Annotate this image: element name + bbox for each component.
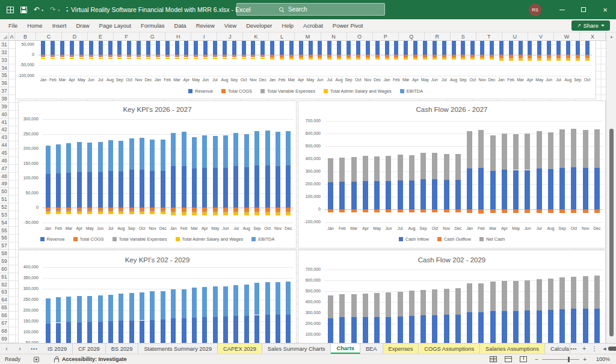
ribbon-tab-data[interactable]: Data [170, 19, 191, 32]
column-header-A[interactable]: A [9, 32, 15, 40]
row-header-38[interactable]: 38 [0, 95, 8, 103]
ribbon-tab-power-pivot[interactable]: Power Pivot [328, 19, 368, 32]
row-header-40[interactable]: 40 [0, 111, 8, 119]
row-header-51[interactable]: 51 [0, 196, 8, 203]
sheet-tab-expenses[interactable]: Expenses [383, 344, 419, 354]
ribbon-tab-acrobat[interactable]: Acrobat [298, 19, 328, 32]
row-header-33[interactable]: 33 [0, 57, 8, 64]
column-header-I[interactable]: I [191, 32, 217, 40]
chart-kpi-monthly-top-partial[interactable]: 50,0000-50,000-100,000JanFebMarAprMayJun… [15, 41, 596, 99]
row-header-60[interactable]: 60 [0, 265, 8, 273]
column-header-N[interactable]: N [321, 32, 347, 40]
page-layout-view-icon[interactable] [505, 356, 512, 362]
row-header-54[interactable]: 54 [0, 219, 8, 227]
row-header-47[interactable]: 47 [0, 165, 8, 173]
column-header-M[interactable]: M [295, 32, 321, 40]
column-header-Q[interactable]: Q [399, 32, 425, 40]
row-header-69[interactable]: 69 [0, 335, 8, 343]
scroll-up-icon[interactable]: ▲ [606, 32, 616, 41]
sheet-tab-sales-summary-charts[interactable]: Sales Summary Charts [262, 344, 331, 354]
chart-cash-flow-2026-2027[interactable]: Cash Flow 2026 - 2027700,000600,000500,0… [298, 100, 606, 248]
sheet-overflow-left[interactable]: ••• [26, 344, 42, 354]
sheet-tab-bs-2029[interactable]: BS 2029 [106, 344, 139, 354]
column-header-G[interactable]: G [140, 32, 165, 40]
avatar[interactable]: RS [529, 4, 541, 16]
ribbon-tab-page-layout[interactable]: Page Layout [94, 19, 136, 32]
zoom-in-button[interactable]: + [583, 356, 587, 363]
page-break-view-icon[interactable] [520, 356, 527, 362]
column-header-V[interactable]: V [528, 32, 554, 40]
row-header-55[interactable]: 55 [0, 227, 8, 235]
horizontal-scrollbar-thumb[interactable] [608, 347, 616, 351]
add-sheet-button[interactable]: + [582, 345, 586, 352]
ribbon-tab-developer[interactable]: Developer [241, 19, 277, 32]
column-header-J[interactable]: J [217, 32, 243, 40]
column-header-W[interactable]: W [554, 32, 580, 40]
ribbon-tab-view[interactable]: View [220, 19, 241, 32]
undo-icon[interactable]: ↶ [34, 6, 40, 13]
row-header-58[interactable]: 58 [0, 250, 8, 258]
ribbon-tab-home[interactable]: Home [22, 19, 47, 32]
column-header-X[interactable]: X [580, 32, 606, 40]
sheet-tab-calcula[interactable]: Calcula [545, 344, 570, 354]
row-header-61[interactable]: 61 [0, 273, 8, 281]
row-header-63[interactable]: 63 [0, 289, 8, 297]
vertical-scrollbar-thumb[interactable] [609, 129, 614, 336]
sheet-tab-statements-summary-2029[interactable]: Statements Summary 2029 [138, 344, 218, 354]
ribbon-tab-file[interactable]: File [4, 19, 22, 32]
close-button[interactable]: × [594, 0, 616, 19]
sheet-tab-salaries-assumptions[interactable]: Salaries Assumptions [480, 344, 545, 354]
row-header-50[interactable]: 50 [0, 188, 8, 196]
sheet-tab-is-2029[interactable]: IS 2029 [42, 344, 73, 354]
row-header-66[interactable]: 66 [0, 312, 8, 319]
macro-record-icon[interactable] [34, 357, 39, 362]
row-header-32[interactable]: 32 [0, 49, 8, 57]
chart-key-kpis-2026-2027[interactable]: Key KPI's 2026 - 2027300,000250,000200,0… [18, 100, 297, 248]
zoom-out-button[interactable]: − [535, 356, 538, 363]
column-header-H[interactable]: H [165, 32, 191, 40]
accessibility-status[interactable]: Accessibility: Investigate [62, 356, 127, 362]
row-header-36[interactable]: 36 [0, 79, 8, 87]
zoom-level[interactable]: 100% [594, 356, 610, 362]
row-header-35[interactable]: 35 [0, 72, 8, 79]
column-header-L[interactable]: L [269, 32, 295, 40]
row-header-39[interactable]: 39 [0, 103, 8, 111]
row-header-62[interactable]: 62 [0, 281, 8, 289]
column-header-E[interactable]: E [88, 32, 114, 40]
column-header-B[interactable]: B [15, 32, 36, 40]
column-header-O[interactable]: O [347, 32, 373, 40]
ribbon-tab-formulas[interactable]: Formulas [136, 19, 170, 32]
column-header-F[interactable]: F [114, 32, 140, 40]
row-header-31[interactable]: 31 [0, 41, 8, 49]
row-header-56[interactable]: 56 [0, 234, 8, 242]
column-header-D[interactable]: D [62, 32, 88, 40]
row-header-48[interactable]: 48 [0, 173, 8, 180]
row-header-59[interactable]: 59 [0, 258, 8, 265]
column-header-P[interactable]: P [373, 32, 399, 40]
share-button[interactable]: ↗ Share [571, 20, 610, 31]
select-all-corner[interactable] [0, 32, 9, 41]
row-header-37[interactable]: 37 [0, 87, 8, 95]
sheet-tab-charts[interactable]: Charts [331, 344, 360, 354]
row-header-57[interactable]: 57 [0, 242, 8, 250]
sheet-tab-cogs-assumptions[interactable]: COGS Assumptions [419, 344, 480, 354]
row-header-43[interactable]: 43 [0, 134, 8, 141]
row-header-46[interactable]: 46 [0, 157, 8, 165]
minimize-button[interactable] [551, 0, 573, 19]
row-header-34[interactable]: 34 [0, 64, 8, 72]
search-input[interactable]: Search [236, 3, 385, 16]
row-header-67[interactable]: 67 [0, 319, 8, 327]
sheet-tab-cf-2029[interactable]: CF 2029 [73, 344, 106, 354]
column-header-K[interactable]: K [243, 32, 269, 40]
row-header-64[interactable]: 64 [0, 296, 8, 304]
chart-cash-flow-2028-2029[interactable]: Cash Flow 202 - 2029700,000600,000500,00… [298, 250, 606, 343]
column-header-R[interactable]: R [425, 32, 451, 40]
sheet-tab-bea[interactable]: BEA [360, 344, 383, 354]
row-header-68[interactable]: 68 [0, 327, 8, 335]
chart-key-kpis-2028-2029[interactable]: Key KPI's 202 - 2029400,000350,000300,00… [18, 250, 297, 343]
row-header-52[interactable]: 52 [0, 203, 8, 211]
column-header-T[interactable]: T [476, 32, 502, 40]
sheet-overflow-right[interactable]: ••• [570, 346, 577, 351]
ribbon-tab-review[interactable]: Review [191, 19, 220, 32]
row-header-44[interactable]: 44 [0, 141, 8, 149]
